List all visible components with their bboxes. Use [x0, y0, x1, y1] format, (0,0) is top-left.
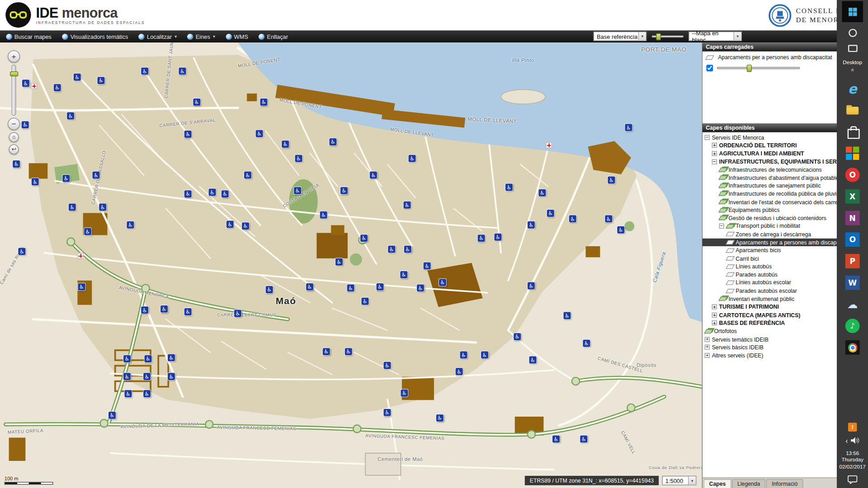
tree-item-infraestructures-de-telecomunicacions[interactable]: Infraestructures de telecomunicacions — [703, 166, 837, 174]
zoom-extent-button[interactable]: ⌂ — [9, 132, 19, 142]
accessibility-parking-marker[interactable]: ♿ — [123, 373, 131, 380]
loaded-layer-row[interactable]: Aparcaments per a persones amb discapaci… — [706, 54, 834, 60]
accessibility-parking-marker[interactable]: ♿ — [256, 130, 263, 137]
tree-item-inventari-enllumenat-p-blic[interactable]: Inventari enllumenat públic — [703, 295, 837, 303]
accessibility-parking-marker[interactable]: ♿ — [330, 138, 337, 145]
base-opacity-slider[interactable] — [651, 35, 684, 38]
accessibility-parking-marker[interactable]: ♿ — [74, 74, 81, 81]
tree-item-transport-p-blic-i-mobilitat[interactable]: −Transport públic i mobilitat — [703, 222, 837, 230]
accessibility-parking-marker[interactable]: ♿ — [84, 228, 91, 235]
accessibility-parking-marker[interactable]: ♿ — [478, 235, 485, 242]
tree-item-carril-bici[interactable]: Carril bici — [703, 254, 837, 263]
slider-handle[interactable] — [656, 33, 661, 40]
folder-icon[interactable] — [845, 103, 860, 117]
word-icon[interactable]: W — [845, 276, 860, 290]
accessibility-parking-marker[interactable]: ♿ — [514, 333, 521, 340]
accessibility-parking-marker[interactable]: ♿ — [417, 284, 424, 291]
expand-icon[interactable]: + — [712, 143, 717, 148]
volume-icon[interactable] — [851, 437, 860, 444]
accessibility-parking-marker[interactable]: ♿ — [583, 340, 590, 347]
accessibility-parking-marker[interactable]: ♿ — [294, 187, 301, 194]
tree-item-cartoteca-mapes-antics[interactable]: +CARTOTECA (MAPES ANTICS) — [703, 311, 837, 319]
accessibility-parking-marker[interactable]: ♿ — [360, 235, 368, 242]
pharmacy-marker[interactable] — [31, 83, 37, 89]
accessibility-parking-marker[interactable]: ♿ — [460, 352, 467, 359]
accessibility-parking-marker[interactable]: ♿ — [401, 389, 408, 397]
expand-icon[interactable]: + — [712, 305, 717, 310]
pinned-app-tile[interactable] — [842, 1, 863, 22]
toolbar-button-eines[interactable]: Eines▾ — [184, 32, 219, 41]
accessibility-parking-marker[interactable]: ♿ — [242, 222, 249, 230]
tree-item-aparcaments-per-a-persones-amb-discapacitat[interactable]: Aparcaments per a persones amb discapaci… — [703, 238, 837, 246]
expand-icon[interactable]: + — [705, 353, 710, 358]
zoom-slider-handle[interactable] — [9, 71, 18, 76]
toolbar-button-enlla-ar[interactable]: Enllaçar — [255, 32, 292, 41]
accessibility-parking-marker[interactable]: ♿ — [528, 221, 535, 229]
accessibility-parking-marker[interactable]: ♿ — [384, 362, 391, 369]
accessibility-parking-marker[interactable]: ♿ — [69, 204, 76, 211]
tree-item-l-nies-autob-s[interactable]: Línies autobús — [703, 263, 837, 271]
expand-icon[interactable]: + — [712, 151, 717, 156]
tree-item-infraestructures-de-recollida-p-blica-de-pluvials[interactable]: Infraestructures de recollida pública de… — [703, 190, 837, 198]
accessibility-parking-marker[interactable]: ♿ — [340, 187, 348, 194]
excel-icon[interactable]: X — [845, 189, 860, 204]
toolbar-button-wms[interactable]: WMS — [222, 32, 252, 41]
accessibility-parking-marker[interactable]: ♿ — [377, 283, 384, 291]
accessibility-parking-marker[interactable]: ♿ — [625, 124, 632, 131]
chevron-collapse-icon[interactable]: « — [849, 61, 855, 80]
ide-menorca-logo[interactable]: IDE menorca INFRAESTRUCTURA DE DADES ESP… — [5, 2, 145, 28]
expand-icon[interactable]: + — [712, 321, 717, 326]
layer-visibility-checkbox[interactable] — [706, 65, 713, 71]
accessibility-parking-marker[interactable]: ♿ — [209, 189, 216, 196]
accessibility-parking-marker[interactable]: ♿ — [145, 355, 152, 362]
collapse-icon[interactable]: − — [712, 159, 717, 164]
accessibility-parking-marker[interactable]: ♿ — [160, 305, 168, 313]
accessibility-parking-marker[interactable]: ♿ — [388, 246, 395, 253]
accessibility-parking-marker[interactable]: ♿ — [494, 234, 501, 241]
outlook-icon[interactable]: O — [845, 232, 860, 247]
accessibility-parking-marker[interactable]: ♿ — [580, 436, 587, 443]
collapse-icon[interactable]: − — [719, 224, 724, 229]
accessibility-parking-marker[interactable]: ♿ — [547, 210, 554, 217]
accessibility-parking-marker[interactable]: ♿ — [99, 204, 106, 211]
notification-icon[interactable]: ! — [848, 422, 857, 432]
layer-opacity-slider[interactable] — [717, 67, 800, 69]
accessibility-parking-marker[interactable]: ♿ — [141, 306, 148, 314]
tree-item-zones-de-c-rrega-i-desc-rrega[interactable]: Zones de càrrega i descàrrega — [703, 230, 837, 239]
scale-select[interactable]: 1:5000 ▾ — [662, 476, 696, 485]
collapse-icon[interactable]: − — [705, 135, 710, 140]
tree-item-serveis-tem-tics-ideib[interactable]: +Serveis temàtics IDEIB — [703, 335, 837, 343]
accessibility-parking-marker[interactable]: ♿ — [143, 390, 151, 397]
powerpoint-icon[interactable]: P — [845, 254, 860, 268]
accessibility-parking-marker[interactable]: ♿ — [244, 172, 251, 179]
accessibility-parking-marker[interactable]: ♿ — [323, 348, 330, 355]
pharmacy-marker[interactable] — [77, 253, 83, 259]
accessibility-parking-marker[interactable]: ♿ — [569, 215, 576, 222]
accessibility-parking-marker[interactable]: ♿ — [400, 271, 407, 278]
tree-item-parades-autob-s-escolar[interactable]: Parades autobús escolar — [703, 287, 837, 295]
tree-item-equipaments-p-blics[interactable]: Equipaments públics — [703, 206, 837, 214]
hidden-icons-chevron[interactable]: ‹ — [845, 436, 848, 445]
action-center-icon[interactable] — [848, 475, 858, 484]
toolbar-button-localitzar[interactable]: Localitzar▾ — [135, 32, 181, 41]
tree-item-agricultura-i-medi-ambient[interactable]: +AGRICULTURA I MEDI AMBIENT — [703, 150, 837, 158]
accessibility-parking-marker[interactable]: ♿ — [234, 310, 241, 317]
accessibility-parking-marker[interactable]: ♿ — [22, 121, 29, 128]
accessibility-parking-marker[interactable]: ♿ — [409, 155, 416, 162]
tree-item-bases-de-refer-ncia[interactable]: +BASES DE REFERÈNCIA — [703, 319, 837, 327]
accessibility-parking-marker[interactable]: ♿ — [32, 178, 39, 185]
accessibility-parking-marker[interactable]: ♿ — [282, 141, 289, 148]
accessibility-parking-marker[interactable]: ♿ — [266, 286, 273, 293]
tree-item-aparcaments-bicis[interactable]: Aparcaments bicis — [703, 246, 837, 254]
expand-icon[interactable]: + — [705, 337, 710, 342]
accessibility-parking-marker[interactable]: ♿ — [404, 202, 411, 209]
expand-icon[interactable]: + — [712, 313, 717, 318]
tab-capes[interactable]: Capes — [703, 479, 731, 488]
zoom-back-button[interactable]: ↩ — [9, 145, 19, 155]
accessibility-parking-marker[interactable]: ♿ — [306, 283, 313, 291]
microsoft-store-icon[interactable] — [845, 125, 860, 139]
tree-item-parades-autob-s[interactable]: Parades autobús — [703, 271, 837, 279]
accessibility-parking-marker[interactable]: ♿ — [98, 77, 105, 84]
accessibility-parking-marker[interactable]: ♿ — [481, 352, 488, 359]
accessibility-parking-marker[interactable]: ♿ — [18, 248, 25, 255]
